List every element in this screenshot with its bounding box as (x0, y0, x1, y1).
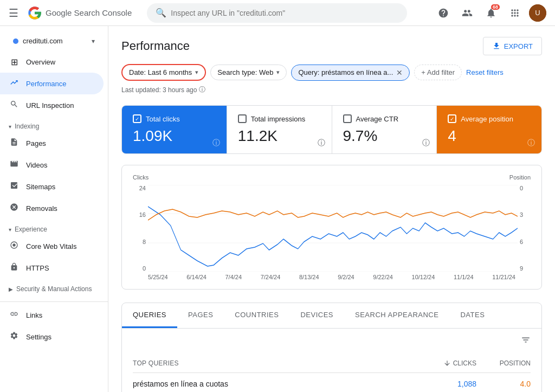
tab-countries[interactable]: COUNTRIES (224, 303, 289, 328)
chart-y-axis-right-labels: 0 3 6 9 (520, 185, 531, 272)
security-chevron-icon: ▶ (9, 286, 13, 292)
links-icon (9, 310, 20, 320)
total-clicks-help-icon[interactable]: ⓘ (212, 138, 220, 148)
sidebar-item-videos[interactable]: Videos (0, 154, 104, 176)
query-filter-button[interactable]: Query: préstamos en línea a... ✕ (291, 65, 410, 81)
accounts-button[interactable] (457, 3, 477, 23)
add-filter-button[interactable]: + Add filter (414, 65, 462, 80)
table-toolbar (133, 329, 531, 354)
search-type-filter-button[interactable]: Search type: Web ▾ (210, 65, 287, 80)
experience-section-header[interactable]: ▾ Experience (0, 219, 108, 235)
chart-area (148, 185, 518, 272)
sidebar-url-inspection-label: URL Inspection (26, 101, 74, 110)
sidebar-item-pages[interactable]: Pages (0, 132, 104, 154)
app-name-label: Google Search Console (46, 8, 132, 17)
metric-card-average-position[interactable]: Average position 4 ⓘ (437, 106, 541, 153)
tab-queries[interactable]: QUERIES (122, 303, 177, 328)
avatar-initials: U (529, 4, 546, 22)
experience-chevron-icon: ▾ (9, 227, 11, 233)
col-position: Position (476, 359, 531, 367)
average-position-help-icon[interactable]: ⓘ (527, 138, 535, 148)
metric-card-total-impressions[interactable]: Total impressions 11.2K ⓘ (227, 106, 332, 153)
sidebar-sitemaps-label: Sitemaps (26, 183, 55, 191)
average-ctr-value: 9.7% (343, 127, 426, 145)
date-filter-button[interactable]: Date: Last 6 months ▾ (121, 64, 206, 81)
sidebar-item-settings[interactable]: Settings (0, 326, 104, 348)
sidebar-item-overview[interactable]: ⊞ Overview (0, 52, 104, 73)
sidebar-item-https[interactable]: HTTPS (0, 257, 104, 279)
tab-dates[interactable]: DATES (449, 303, 495, 328)
sidebar-videos-label: Videos (26, 161, 48, 169)
menu-icon[interactable]: ☰ (9, 7, 18, 20)
filters-bar: Date: Last 6 months ▾ Search type: Web ▾… (121, 64, 542, 94)
property-chevron-icon: ▾ (92, 37, 95, 45)
export-icon (492, 42, 501, 50)
table-filter-icon[interactable] (521, 335, 531, 348)
export-label: EXPORT (504, 42, 533, 50)
app-logo: Google Search Console (27, 5, 132, 21)
search-bar[interactable]: 🔍 (147, 3, 407, 23)
sidebar-overview-label: Overview (26, 58, 55, 66)
tab-devices[interactable]: DEVICES (289, 303, 344, 328)
sidebar-item-links[interactable]: Links (0, 304, 104, 326)
total-clicks-label: Total clicks (146, 115, 180, 123)
sidebar-item-url-inspection[interactable]: URL Inspection (0, 94, 104, 116)
tabs-content: Top queries Clicks Position préstamos en… (122, 329, 541, 392)
table-row: préstamos en línea a cuotas 1,088 4.0 (133, 373, 531, 392)
chart-x-label-1: 6/14/24 (186, 274, 206, 280)
search-input[interactable] (171, 9, 398, 17)
url-inspection-icon (9, 100, 20, 111)
col-top-queries: Top queries (133, 359, 411, 367)
indexing-section-header[interactable]: ▾ Indexing (0, 116, 108, 132)
table-row-query: préstamos en línea a cuotas (133, 380, 411, 388)
metric-card-total-clicks[interactable]: Total clicks 1.09K ⓘ (122, 106, 227, 153)
https-icon (9, 262, 20, 273)
sidebar-item-performance[interactable]: Performance (0, 73, 104, 94)
total-impressions-help-icon[interactable]: ⓘ (318, 138, 325, 148)
apps-button[interactable] (505, 3, 525, 23)
chart-x-label-5: 9/2/24 (338, 274, 354, 280)
chart-x-labels: 5/25/24 6/14/24 7/4/24 7/24/24 8/13/24 9… (133, 274, 531, 280)
average-position-checkbox (448, 114, 456, 123)
last-updated-label: Last updated: 3 hours ago ⓘ (121, 85, 205, 94)
chart-y-label-left: Clicks (133, 174, 149, 181)
export-button[interactable]: EXPORT (483, 37, 542, 55)
experience-section-label: Experience (15, 226, 47, 233)
security-section-header[interactable]: ▶ Security & Manual Actions (0, 279, 108, 295)
sidebar-https-label: HTTPS (26, 264, 49, 272)
reset-filters-button[interactable]: Reset filters (466, 68, 504, 76)
tab-search-appearance[interactable]: SEARCH APPEARANCE (344, 303, 449, 328)
help-button[interactable] (434, 3, 453, 23)
performance-icon (9, 78, 20, 89)
property-label: credituti.com (23, 37, 87, 45)
sidebar-settings-label: Settings (26, 333, 51, 341)
chart-x-label-3: 7/24/24 (261, 274, 281, 280)
chart-x-label-8: 11/1/24 (454, 274, 474, 280)
chart-svg (148, 185, 518, 272)
removals-icon (9, 203, 20, 214)
table-row-position: 4.0 (476, 380, 531, 388)
chart-x-label-2: 7/4/24 (225, 274, 242, 280)
avatar[interactable]: U (529, 4, 546, 22)
svg-point-1 (12, 243, 15, 246)
sidebar-item-core-web-vitals[interactable]: Core Web Vitals (0, 235, 104, 257)
metric-card-average-ctr[interactable]: Average CTR 9.7% ⓘ (332, 106, 437, 153)
average-position-label: Average position (461, 115, 513, 123)
notifications-button[interactable]: 68 (481, 3, 501, 23)
sidebar-item-sitemaps[interactable]: Sitemaps (0, 176, 104, 197)
page-title: Performance (121, 39, 190, 53)
average-ctr-help-icon[interactable]: ⓘ (422, 138, 430, 148)
average-position-value: 4 (448, 127, 531, 145)
property-dot (13, 38, 18, 44)
total-impressions-checkbox (238, 114, 247, 123)
topbar-actions: 68 U (434, 3, 546, 23)
sidebar-removals-label: Removals (26, 204, 57, 213)
tab-pages[interactable]: PAGES (177, 303, 224, 328)
property-selector[interactable]: credituti.com ▾ (4, 33, 104, 49)
sidebar-core-web-vitals-label: Core Web Vitals (26, 242, 76, 250)
total-clicks-value: 1.09K (133, 127, 216, 145)
info-icon: ⓘ (199, 85, 205, 94)
query-filter-close-icon[interactable]: ✕ (396, 68, 403, 77)
sidebar-item-removals[interactable]: Removals (0, 197, 104, 219)
tabs-header: QUERIES PAGES COUNTRIES DEVICES SEARCH A… (122, 303, 541, 329)
